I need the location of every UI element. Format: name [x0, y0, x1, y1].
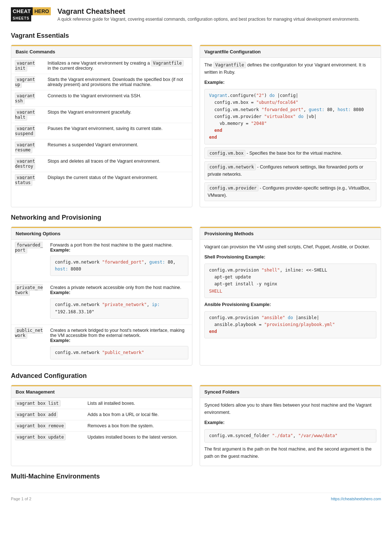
logo-hero: HERO	[33, 7, 51, 15]
multi-machine-section-title: Multi-Machine Environments	[11, 473, 381, 482]
cmd-code: vagrant resume	[15, 142, 35, 153]
table-row: vagrant destroyStops and deletes all tra…	[11, 156, 192, 172]
page-header: CHEAT HERO SHEETS Vagrant Cheatsheet A q…	[11, 7, 381, 25]
vagrantfile-example-label: Example:	[204, 79, 376, 86]
cmd-code: vagrant ssh	[15, 93, 35, 104]
logo: CHEAT HERO SHEETS	[11, 7, 51, 21]
cmd-code: vagrant halt	[15, 109, 35, 121]
page-subtitle: A quick reference guide for Vagrant, cov…	[57, 17, 381, 22]
cmd-desc: Connects to the Vagrant environment via …	[44, 90, 192, 107]
cmd-desc: Creates a private network accessible onl…	[46, 282, 192, 325]
networking-body: forwarded_ port Forwards a port from the…	[11, 240, 192, 365]
table-row: vagrant sshConnects to the Vagrant envir…	[11, 90, 192, 107]
advanced-grid: Box Management vagrant box listLists all…	[11, 385, 381, 466]
shell-example-code: config.vm.provision "shell", inline: <<-…	[204, 264, 376, 298]
vagrantfile-example-code: Vagrant.configure("2") do |config| confi…	[204, 89, 376, 144]
shell-label: Shell Provisioning Example:	[204, 253, 376, 261]
table-row: vagrant suspendPauses the Vagrant enviro…	[11, 123, 192, 139]
cmd-desc: Displays the current status of the Vagra…	[44, 172, 192, 188]
page-number: Page 1 of 2	[11, 497, 31, 501]
page-title: Vagrant Cheatsheet	[57, 7, 381, 16]
net-example-code: config.vm.network "forwarded_port", gues…	[50, 256, 188, 276]
networking-card: Networking Options forwarded_ port Forwa…	[11, 227, 192, 366]
essentials-grid: Basic Commands vagrant initInitializes a…	[11, 45, 381, 207]
vagrantfile-body: The Vagrantfile defines the configuratio…	[200, 58, 381, 207]
networking-grid: Networking Options forwarded_ port Forwa…	[11, 227, 381, 366]
cmd-desc: Removes a box from the system.	[84, 420, 192, 432]
cmd-desc: Pauses the Vagrant environment, saving i…	[44, 123, 192, 139]
cmd-code: vagrant box remove	[15, 423, 66, 429]
cmd-code: forwarded_ port	[15, 242, 43, 253]
page-footer: Page 1 of 2 https://cheatsheetshero.com	[11, 493, 381, 501]
synced-folders-intro: Synced folders allow you to share files …	[204, 402, 376, 416]
provisioning-intro: Vagrant can provision the VM using shell…	[204, 243, 376, 250]
ansible-label: Ansible Provisioning Example:	[204, 301, 376, 308]
box-mgmt-body: vagrant box listLists all installed boxe…	[11, 398, 192, 443]
vagrantfile-code-inline: Vagrantfile	[213, 62, 246, 68]
table-row: vagrant box updateUpdates installed boxe…	[11, 432, 192, 443]
basic-commands-body: vagrant initInitializes a new Vagrant en…	[11, 58, 192, 188]
vagrantfile-note: config.vm.box - Specifies the base box f…	[204, 147, 376, 159]
cmd-desc: Forwards a port from the host machine to…	[46, 240, 192, 282]
cmd-desc: Resumes a suspended Vagrant environment.	[44, 139, 192, 156]
cmd-desc: Stops the Vagrant environment gracefully…	[44, 107, 192, 123]
cmd-code: public_net work	[15, 327, 43, 339]
synced-folders-example-code: config.vm.synced_folder "./data", "/var/…	[204, 429, 376, 443]
footer-url[interactable]: https://cheatsheetshero.com	[331, 497, 381, 501]
logo-cheat: CHEAT	[11, 7, 33, 15]
logo-sheets: SHEETS	[11, 15, 31, 21]
box-mgmt-header: Box Management	[11, 385, 192, 398]
synced-folders-note: The first argument is the path on the ho…	[204, 445, 376, 460]
table-row: vagrant box add Adds a box from a URL or…	[11, 409, 192, 420]
net-example-code: config.vm.network "private_network", ip:…	[50, 298, 188, 318]
cmd-desc: Initializes a new Vagrant environment by…	[44, 58, 192, 74]
synced-folders-body: Synced folders allow you to share files …	[200, 398, 381, 466]
basic-commands-table: vagrant initInitializes a new Vagrant en…	[11, 58, 192, 188]
cmd-desc: Stops and deletes all traces of the Vagr…	[44, 156, 192, 172]
provisioning-card: Provisioning Methods Vagrant can provisi…	[200, 227, 381, 366]
cmd-desc: Starts the Vagrant environment. Download…	[44, 74, 192, 90]
provisioning-header: Provisioning Methods	[200, 227, 381, 240]
table-row: private_ne twork Creates a private netwo…	[11, 282, 192, 325]
cmd-code: private_ne twork	[15, 284, 43, 296]
vagrantfile-note: config.vm.provider - Configures provider…	[204, 182, 376, 201]
table-row: vagrant initInitializes a new Vagrant en…	[11, 58, 192, 74]
table-row: vagrant box remove Removes a box from th…	[11, 420, 192, 432]
box-mgmt-table: vagrant box listLists all installed boxe…	[11, 398, 192, 443]
table-row: forwarded_ port Forwards a port from the…	[11, 240, 192, 282]
header-text: Vagrant Cheatsheet A quick reference gui…	[57, 7, 381, 22]
table-row: vagrant box listLists all installed boxe…	[11, 398, 192, 409]
table-row: vagrant haltStops the Vagrant environmen…	[11, 107, 192, 123]
cmd-code: vagrant box update	[15, 434, 66, 440]
advanced-section-title: Advanced Configuration	[11, 372, 381, 381]
networking-header: Networking Options	[11, 227, 192, 240]
table-row: vagrant upStarts the Vagrant environment…	[11, 74, 192, 90]
vagrantfile-card: Vagrantfile Configuration The Vagrantfil…	[200, 45, 381, 207]
cmd-code: vagrant up	[15, 76, 35, 88]
cmd-desc: Adds a box from a URL or local file.	[84, 409, 192, 420]
cmd-desc: Lists all installed boxes.	[84, 398, 192, 409]
networking-section-title: Networking and Provisioning	[11, 214, 381, 223]
basic-commands-card: Basic Commands vagrant initInitializes a…	[11, 45, 192, 207]
cmd-code: vagrant destroy	[15, 158, 35, 170]
table-row: vagrant statusDisplays the current statu…	[11, 172, 192, 188]
synced-folders-header: Synced Folders	[200, 385, 381, 398]
cmd-code: vagrant suspend	[15, 125, 35, 137]
cmd-code: vagrant init	[15, 60, 35, 72]
synced-folders-card: Synced Folders Synced folders allow you …	[200, 385, 381, 466]
synced-folders-example-label: Example:	[204, 419, 376, 426]
net-example-code: config.vm.network "public_network"	[50, 346, 188, 359]
cmd-code: vagrant box list	[15, 400, 61, 407]
ansible-example-code: config.vm.provision "ansible" do |ansibl…	[204, 311, 376, 339]
table-row: public_net work Creates a network bridge…	[11, 325, 192, 365]
essentials-section-title: Vagrant Essentials	[11, 32, 381, 41]
basic-commands-header: Basic Commands	[11, 45, 192, 58]
cmd-desc: Creates a network bridged to your host's…	[46, 325, 192, 365]
provisioning-body: Vagrant can provision the VM using shell…	[200, 240, 381, 345]
box-mgmt-card: Box Management vagrant box listLists all…	[11, 385, 192, 466]
vagrantfile-header: Vagrantfile Configuration	[200, 45, 381, 58]
cmd-code: vagrant status	[15, 174, 35, 186]
networking-table: forwarded_ port Forwards a port from the…	[11, 240, 192, 365]
table-row: vagrant resumeResumes a suspended Vagran…	[11, 139, 192, 156]
vagrantfile-intro: The Vagrantfile defines the configuratio…	[204, 61, 376, 76]
